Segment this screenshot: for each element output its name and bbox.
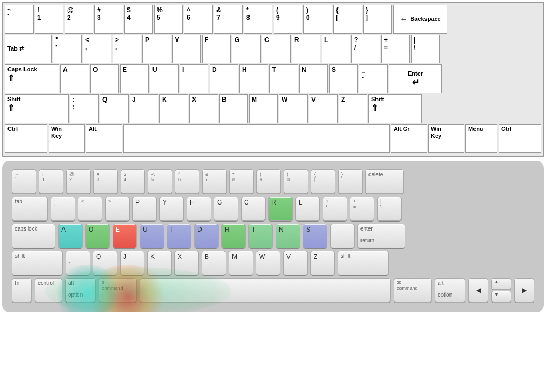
- key-n[interactable]: N: [299, 64, 328, 93]
- key-t[interactable]: T: [269, 64, 298, 93]
- key-7[interactable]: &7: [214, 5, 243, 34]
- key-v[interactable]: V: [309, 94, 338, 123]
- mac-key-shift-left[interactable]: shift: [12, 251, 63, 275]
- mac-key-b[interactable]: B: [202, 251, 226, 275]
- mac-key-6[interactable]: ^6: [175, 169, 199, 194]
- key-6[interactable]: ^6: [184, 5, 213, 34]
- mac-key-n[interactable]: N: [276, 224, 300, 248]
- mac-key-f[interactable]: F: [187, 197, 211, 221]
- mac-key-t[interactable]: T: [248, 224, 273, 248]
- mac-key-lbrace[interactable]: {[: [311, 169, 335, 194]
- mac-key-o[interactable]: O: [85, 224, 110, 248]
- mac-key-7[interactable]: &7: [202, 169, 227, 194]
- key-b[interactable]: B: [219, 94, 248, 123]
- mac-key-lt[interactable]: <,: [78, 197, 102, 221]
- key-backspace[interactable]: ← Backspace: [393, 5, 447, 34]
- key-f[interactable]: F: [202, 35, 231, 63]
- key-altgr[interactable]: Alt Gr: [391, 124, 427, 153]
- mac-key-enter[interactable]: enterreturn: [357, 224, 405, 248]
- key-ctrl-left[interactable]: Ctrl: [5, 124, 47, 153]
- mac-key-l[interactable]: L: [295, 197, 320, 221]
- mac-key-shift-right[interactable]: shift: [338, 251, 389, 275]
- mac-key-s[interactable]: S: [303, 224, 327, 248]
- mac-key-semicolon[interactable]: :;: [66, 251, 90, 275]
- mac-key-p[interactable]: P: [132, 197, 157, 221]
- mac-key-1[interactable]: !1: [39, 169, 63, 194]
- mac-key-e[interactable]: E: [113, 224, 137, 248]
- mac-key-capslock[interactable]: caps lock: [12, 224, 55, 248]
- mac-key-arrow-left[interactable]: ◀: [468, 278, 488, 303]
- mac-key-c[interactable]: C: [241, 197, 266, 221]
- key-capslock[interactable]: Caps Lock ⇑: [5, 64, 59, 93]
- mac-key-plus[interactable]: +=: [350, 197, 374, 221]
- key-space[interactable]: [123, 124, 390, 153]
- mac-key-u[interactable]: U: [140, 224, 164, 248]
- mac-key-arrow-up[interactable]: ▲: [491, 278, 511, 290]
- mac-key-0[interactable]: )0: [284, 169, 308, 194]
- key-p[interactable]: P: [142, 35, 171, 63]
- mac-key-h[interactable]: H: [221, 224, 246, 248]
- mac-key-rbrace[interactable]: }]: [338, 169, 363, 194]
- mac-key-x[interactable]: X: [174, 251, 199, 275]
- key-d[interactable]: D: [210, 64, 238, 93]
- key-underscore[interactable]: _-: [359, 64, 388, 93]
- key-j[interactable]: J: [130, 94, 158, 123]
- key-quote[interactable]: "': [53, 35, 82, 63]
- mac-key-8[interactable]: *8: [229, 169, 254, 194]
- mac-key-arrow-down[interactable]: ▼: [491, 291, 511, 303]
- key-colon[interactable]: :;: [70, 94, 99, 123]
- key-backslash[interactable]: |\: [411, 35, 440, 63]
- key-shift-right[interactable]: Shift ⇑: [368, 94, 422, 123]
- mac-key-r[interactable]: R: [268, 197, 293, 221]
- mac-key-g[interactable]: G: [214, 197, 238, 221]
- key-y[interactable]: Y: [172, 35, 201, 63]
- key-menu[interactable]: Menu: [465, 124, 497, 153]
- mac-key-z[interactable]: Z: [310, 251, 335, 275]
- key-win-right[interactable]: WinKey: [428, 124, 464, 153]
- mac-key-question[interactable]: ?/: [323, 197, 347, 221]
- key-z[interactable]: Z: [339, 94, 367, 123]
- key-h[interactable]: H: [239, 64, 268, 93]
- mac-key-m[interactable]: M: [229, 251, 253, 275]
- mac-key-tab[interactable]: tab: [12, 197, 48, 221]
- mac-key-quote[interactable]: "': [51, 197, 75, 221]
- key-u[interactable]: U: [150, 64, 179, 93]
- mac-key-d[interactable]: D: [194, 224, 219, 248]
- mac-key-space[interactable]: [140, 278, 391, 303]
- key-tab[interactable]: Tab ⇄: [5, 35, 52, 63]
- key-c[interactable]: C: [262, 35, 291, 63]
- key-lbracket[interactable]: {[: [333, 5, 362, 34]
- key-e[interactable]: E: [120, 64, 149, 93]
- key-w[interactable]: W: [279, 94, 308, 123]
- key-g[interactable]: G: [232, 35, 261, 63]
- key-1[interactable]: !1: [35, 5, 63, 34]
- key-ctrl-right[interactable]: Ctrl: [499, 124, 541, 153]
- key-x[interactable]: X: [189, 94, 218, 123]
- key-3[interactable]: #3: [94, 5, 123, 34]
- mac-key-v[interactable]: V: [283, 251, 308, 275]
- key-o[interactable]: O: [90, 64, 119, 93]
- mac-key-alt-right[interactable]: altoption: [435, 278, 465, 303]
- key-shift-left[interactable]: Shift ⇑: [5, 94, 69, 123]
- mac-key-2[interactable]: @2: [66, 169, 91, 194]
- mac-key-5[interactable]: %5: [148, 169, 172, 194]
- key-2[interactable]: @2: [65, 5, 93, 34]
- mac-key-q[interactable]: Q: [93, 251, 117, 275]
- key-question[interactable]: ?/: [351, 35, 380, 63]
- key-5[interactable]: %5: [154, 5, 183, 34]
- key-r[interactable]: R: [292, 35, 320, 63]
- key-q[interactable]: Q: [100, 94, 129, 123]
- key-0[interactable]: )0: [303, 5, 332, 34]
- mac-key-arrow-right[interactable]: ▶: [514, 278, 534, 303]
- key-a[interactable]: A: [60, 64, 89, 93]
- mac-key-i[interactable]: I: [167, 224, 191, 248]
- key-9[interactable]: (9: [274, 5, 302, 34]
- key-win-left[interactable]: WinKey: [49, 124, 85, 153]
- key-enter[interactable]: Enter ↵: [389, 64, 442, 93]
- key-alt-left[interactable]: Alt: [86, 124, 122, 153]
- key-8[interactable]: *8: [244, 5, 272, 34]
- mac-key-cmd-right[interactable]: ⌘command: [394, 278, 432, 303]
- key-l[interactable]: L: [322, 35, 350, 63]
- key-gt[interactable]: >.: [113, 35, 141, 63]
- key-s[interactable]: S: [329, 64, 358, 93]
